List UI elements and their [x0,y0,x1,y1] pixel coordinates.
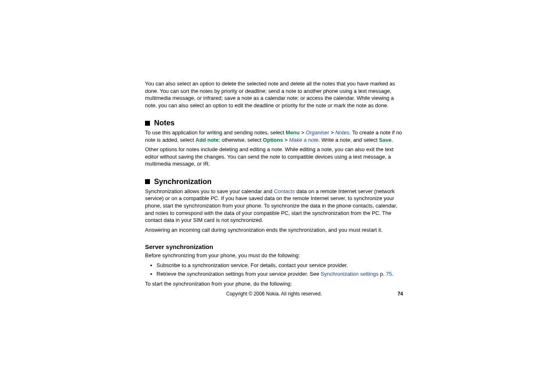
save-label: Save [379,137,391,143]
copyright-text: Copyright © 2006 Nokia. All rights reser… [145,291,403,297]
server-sync-list: Subscribe to a synchronization service. … [145,262,403,278]
server-sync-followup: To start the synchronization from your p… [145,280,403,288]
text-fragment: . [391,137,393,143]
sync-paragraph-1: Synchronization allows you to save your … [145,188,403,224]
text-fragment: . [392,271,394,277]
menu-label: Menu [286,129,300,136]
notes-paragraph-1: To use this application for writing and … [145,129,403,143]
server-sync-heading: Server synchronization [145,243,403,250]
notes-heading: Notes [154,119,175,127]
sync-heading-row: Synchronization [145,178,403,186]
page-number: 74 [398,291,403,297]
text-fragment: p. [379,271,386,277]
text-fragment: . Write a note, and select [318,137,379,143]
make-a-note-link[interactable]: Make a note [289,137,319,143]
page-footer: Copyright © 2006 Nokia. All rights reser… [145,291,403,297]
add-note-label: Add note [196,137,219,143]
options-label: Options [263,137,283,143]
sync-heading: Synchronization [154,178,212,186]
text-fragment: ; otherwise, select [219,137,263,143]
separator-gt: > [283,137,289,143]
sync-settings-link[interactable]: Synchronization settings [321,271,379,277]
page-link[interactable]: 75 [386,271,392,277]
text-fragment: To use this application for writing and … [145,129,286,136]
square-bullet-icon [145,121,150,126]
text-fragment: Retrieve the synchronization settings fr… [157,271,321,277]
square-bullet-icon [145,179,150,184]
document-page: You can also select an option to delete … [0,0,555,392]
organiser-link[interactable]: Organiser [306,129,329,136]
notes-link[interactable]: Notes [335,129,349,136]
list-item: Retrieve the synchronization settings fr… [157,270,403,278]
contacts-link[interactable]: Contacts [274,188,295,194]
separator-gt: > [300,129,306,136]
list-item: Subscribe to a synchronization service. … [157,262,403,269]
intro-paragraph: You can also select an option to delete … [145,80,403,109]
text-fragment: Synchronization allows you to save your … [145,188,274,194]
server-sync-intro: Before synchronizing from your phone, yo… [145,252,403,259]
sync-paragraph-2: Answering an incoming call during synchr… [145,226,403,234]
notes-paragraph-2: Other options for notes include deleting… [145,146,403,168]
notes-heading-row: Notes [145,119,403,127]
separator-gt: > [329,129,335,136]
